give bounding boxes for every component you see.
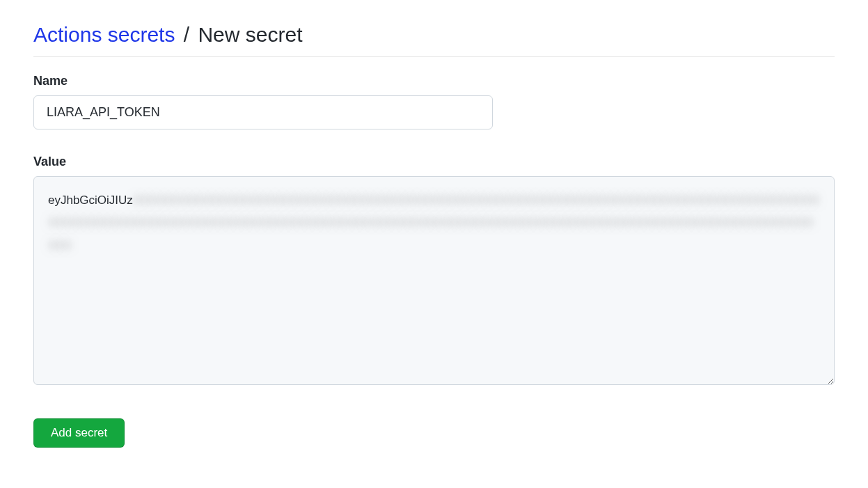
breadcrumb-actions-secrets-link[interactable]: Actions secrets	[33, 23, 175, 46]
add-secret-button[interactable]: Add secret	[33, 418, 125, 448]
secret-name-input[interactable]	[33, 95, 493, 129]
page-title: Actions secrets / New secret	[33, 21, 835, 48]
breadcrumb-separator: /	[181, 23, 192, 46]
breadcrumb-current: New secret	[198, 23, 302, 46]
secret-name-group: Name	[33, 74, 835, 129]
secret-name-label: Name	[33, 74, 835, 88]
secret-value-group: Value eyJhbGciOiJIUzXXXXXXXXXXXXXXXXXXXX…	[33, 155, 835, 388]
secret-value-textarea[interactable]	[33, 176, 835, 385]
secret-value-wrap: eyJhbGciOiJIUzXXXXXXXXXXXXXXXXXXXXXXXXXX…	[33, 176, 835, 388]
secret-value-label: Value	[33, 155, 835, 169]
page-header: Actions secrets / New secret	[33, 21, 835, 57]
